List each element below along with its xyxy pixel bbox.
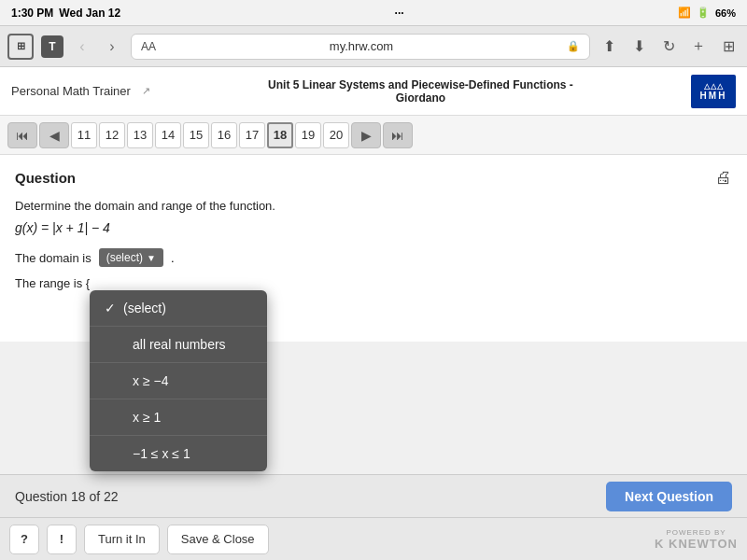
question-header: Question 🖨 xyxy=(15,168,732,188)
page-13[interactable]: 13 xyxy=(127,122,153,148)
last-page-button[interactable]: ⏭ xyxy=(383,122,413,148)
time: 1:30 PM xyxy=(11,7,53,20)
question-instruction: Determine the domain and range of the fu… xyxy=(15,199,732,213)
pagination: ⏮ ◀ 11 12 13 14 15 16 17 18 19 20 ▶ ⏭ xyxy=(0,116,747,155)
first-page-button[interactable]: ⏮ xyxy=(7,122,37,148)
bottom-actions-bar: ? ! Turn it In Save & Close POWERED BY K… xyxy=(0,517,747,560)
page-17[interactable]: 17 xyxy=(239,122,265,148)
address-text: my.hrw.com xyxy=(162,39,561,53)
domain-row: The domain is (select) ▼ . xyxy=(15,248,732,267)
battery-percent: 66% xyxy=(715,7,736,19)
exclamation-button[interactable]: ! xyxy=(47,525,77,554)
dropdown-option-1: all real numbers xyxy=(133,337,226,352)
dropdown-item-select[interactable]: ✓ (select) xyxy=(90,290,267,327)
next-question-button[interactable]: Next Question xyxy=(606,482,732,511)
grid-icon[interactable]: ⊞ xyxy=(717,35,740,58)
select-placeholder: (select) xyxy=(106,251,143,264)
next-page-button[interactable]: ▶ xyxy=(351,122,381,148)
main-content: Question 🖨 Determine the domain and rang… xyxy=(0,155,747,342)
hmh-logo: △△△ HMH xyxy=(691,75,736,108)
title-area: Unit 5 Linear Systems and Piecewise-Defi… xyxy=(162,78,680,105)
browser-bar: ⊞ T ‹ › AA my.hrw.com 🔒 ⬆ ⬇ ↻ ＋ ⊞ xyxy=(0,26,747,67)
dropdown-option-3: x ≥ 1 xyxy=(133,410,161,425)
status-center: ··· xyxy=(395,7,404,20)
dropdown-item-xgte-1[interactable]: x ≥ 1 xyxy=(90,399,267,436)
domain-select[interactable]: (select) ▼ xyxy=(99,248,163,267)
wifi-icon: 📶 xyxy=(678,7,691,19)
back-button[interactable]: ‹ xyxy=(71,35,93,58)
app-header: Personal Math Trainer ↗ Unit 5 Linear Sy… xyxy=(0,67,747,116)
page-15[interactable]: 15 xyxy=(183,122,209,148)
function-expression: g(x) = |x + 1| − 4 xyxy=(15,220,732,235)
unit-title: Unit 5 Linear Systems and Piecewise-Defi… xyxy=(162,78,680,91)
author-name: Giordano xyxy=(162,91,680,105)
page-11[interactable]: 11 xyxy=(71,122,97,148)
date: Wed Jan 12 xyxy=(59,7,120,20)
dropdown-option-2: x ≥ −4 xyxy=(133,373,168,388)
tab-label[interactable]: T xyxy=(41,35,63,58)
page-14[interactable]: 14 xyxy=(155,122,181,148)
hmh-logo-line1: △△△ xyxy=(704,82,724,91)
hmh-logo-line2: HMH xyxy=(700,91,727,101)
download-icon[interactable]: ⬇ xyxy=(627,35,650,58)
aa-text: AA xyxy=(141,40,156,53)
personal-math-trainer-label: Personal Math Trainer xyxy=(11,84,131,98)
bottom-status-bar: Question 18 of 22 Next Question xyxy=(0,474,747,517)
question-count: Question 18 of 22 xyxy=(15,489,119,504)
dropdown-option-0: (select) xyxy=(123,301,166,315)
page-18[interactable]: 18 xyxy=(267,122,293,148)
dropdown-item-xgte-4[interactable]: x ≥ −4 xyxy=(90,363,267,399)
external-link-icon: ↗ xyxy=(142,85,150,97)
page-12[interactable]: 12 xyxy=(99,122,125,148)
prev-page-button[interactable]: ◀ xyxy=(39,122,69,148)
save-close-button[interactable]: Save & Close xyxy=(167,525,269,554)
question-mark-button[interactable]: ? xyxy=(9,525,39,554)
knewton-text: K KNEWTON xyxy=(655,537,738,551)
page-20[interactable]: 20 xyxy=(323,122,349,148)
lock-icon: 🔒 xyxy=(567,40,580,52)
knewton-logo: POWERED BY K KNEWTON xyxy=(655,528,738,551)
dropdown-arrow-icon: ▼ xyxy=(147,253,156,263)
check-icon: ✓ xyxy=(105,301,116,315)
range-label: The range is { xyxy=(15,276,90,290)
dropdown-item-range[interactable]: −1 ≤ x ≤ 1 xyxy=(90,436,267,471)
status-bar: 1:30 PM Wed Jan 12 ··· 📶 🔋 66% xyxy=(0,0,747,26)
dropdown-item-all-real[interactable]: all real numbers xyxy=(90,327,267,363)
battery-icon: 🔋 xyxy=(697,7,710,19)
tab-icon[interactable]: ⊞ xyxy=(7,34,34,60)
turn-it-in-button[interactable]: Turn it In xyxy=(84,525,160,554)
page-16[interactable]: 16 xyxy=(211,122,237,148)
status-right: 📶 🔋 66% xyxy=(678,7,736,19)
add-tab-icon[interactable]: ＋ xyxy=(687,35,710,58)
forward-button[interactable]: › xyxy=(101,35,123,58)
question-label: Question xyxy=(15,170,76,186)
range-row: The range is { xyxy=(15,276,732,290)
ellipsis: ··· xyxy=(395,7,404,20)
print-icon[interactable]: 🖨 xyxy=(715,168,732,188)
dropdown-option-4: −1 ≤ x ≤ 1 xyxy=(133,446,190,461)
reload-icon[interactable]: ↻ xyxy=(657,35,680,58)
domain-label: The domain is xyxy=(15,251,92,265)
dropdown-menu: ✓ (select) all real numbers x ≥ −4 x ≥ 1… xyxy=(90,290,267,471)
page-19[interactable]: 19 xyxy=(295,122,321,148)
share-icon[interactable]: ⬆ xyxy=(598,35,620,58)
browser-actions: ⬆ ⬇ ↻ ＋ ⊞ xyxy=(598,35,740,58)
address-bar[interactable]: AA my.hrw.com 🔒 xyxy=(131,34,590,60)
status-left: 1:30 PM Wed Jan 12 xyxy=(11,7,120,20)
powered-by-text: POWERED BY xyxy=(666,528,726,537)
domain-period: . xyxy=(171,251,175,265)
